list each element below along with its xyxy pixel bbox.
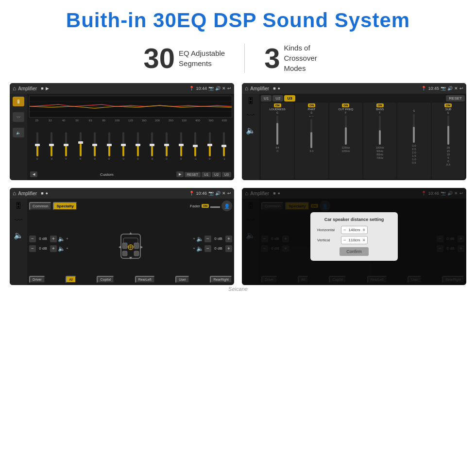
preset-reset[interactable]: RESET (446, 95, 465, 101)
common-btn[interactable]: Common (29, 202, 51, 210)
home-icon-3[interactable]: ⌂ (13, 190, 16, 197)
xover-presets: U1 U2 U3 RESET (261, 95, 465, 101)
loudness-on[interactable]: ON (274, 103, 281, 107)
location-icon-2: 📍 (421, 86, 426, 91)
eq-u3-btn[interactable]: U3 (222, 172, 231, 177)
eq-next-btn[interactable]: ▶ (176, 171, 184, 177)
db-plus-fr[interactable]: + (225, 236, 232, 242)
home-icon-1[interactable]: ⌂ (13, 85, 16, 92)
record-icon-3: ■ (41, 191, 43, 196)
db-control-rl: − 0 dB + 🔈 + (29, 245, 68, 252)
db-minus-rl[interactable]: − (29, 245, 36, 252)
db-plus-rr[interactable]: + (225, 245, 232, 252)
freq-80: 80 (97, 119, 111, 122)
speaker-fl: 🔈 (58, 236, 65, 242)
xover-wave-btn[interactable]: 〰 (247, 111, 255, 120)
db-minus-fl[interactable]: − (29, 236, 36, 242)
specialty-btn[interactable]: Specialty (53, 202, 77, 210)
eq-vol-btn[interactable]: 🔈 (13, 128, 24, 137)
speaker-fr: 🔈 (196, 236, 204, 242)
vertical-label: Vertical (317, 238, 339, 242)
rearright-btn[interactable]: RearRight (210, 276, 232, 283)
eq-prev-btn[interactable]: ◀ (30, 171, 37, 177)
slider-track-8[interactable] (137, 132, 139, 156)
slider-track-3[interactable] (65, 132, 67, 156)
slider-track-5[interactable] (94, 132, 96, 156)
vertical-minus[interactable]: − (343, 237, 346, 243)
user-btn[interactable]: User (175, 276, 189, 283)
eq-reset-btn[interactable]: RESET (185, 172, 201, 177)
eq-u2-btn[interactable]: U2 (212, 172, 221, 177)
db-value-rr: 0 dB (212, 246, 224, 251)
phat-slider[interactable] (310, 119, 312, 148)
slider-track-10[interactable] (166, 132, 168, 156)
sub-slider[interactable] (447, 116, 449, 145)
title-1: Amplifier (18, 86, 37, 91)
bass-slider[interactable] (379, 116, 381, 145)
person-icon[interactable]: 👤 (221, 201, 232, 211)
balance-screen: 🎛 〰 🔈 Common Specialty Fader ON ▬▬ 👤 (10, 199, 234, 285)
bal-vol-btn[interactable]: 🔈 (14, 231, 23, 240)
phat-on[interactable]: ON (308, 103, 315, 107)
fader-on[interactable]: ON (202, 204, 209, 208)
cutfreq-on[interactable]: ON (342, 103, 349, 107)
bal-tune-btn[interactable]: 🎛 (15, 202, 22, 210)
rearleft-btn[interactable]: RearLeft (135, 276, 155, 283)
svg-rect-6 (122, 243, 127, 249)
dialog-vertical-row: Vertical − 110cm + (317, 236, 391, 244)
bal-wave-btn[interactable]: 〰 (15, 216, 22, 225)
slider-track-9[interactable] (151, 132, 153, 156)
svg-rect-8 (122, 251, 127, 256)
vertical-plus[interactable]: + (362, 237, 365, 243)
dot-icon-3: ● (46, 191, 48, 196)
xover-screen: 🎛 〰 🔈 U1 U2 U3 RESET ON LOUDNESS (242, 94, 466, 180)
dot-icon-2: ● (278, 86, 280, 91)
db-minus-fr[interactable]: − (204, 236, 211, 242)
db-minus-rr[interactable]: − (204, 245, 211, 252)
preset-u1[interactable]: U1 (261, 95, 272, 101)
horizontal-value: 140cm (348, 228, 360, 232)
freq-32: 32 (44, 119, 57, 122)
bass-on[interactable]: ON (376, 103, 384, 107)
eq-wave-btn[interactable]: 〰 (13, 112, 24, 122)
horizontal-plus[interactable]: + (362, 227, 365, 233)
driver-btn[interactable]: Driver (29, 276, 45, 283)
sub-on[interactable]: ON (444, 103, 452, 107)
cutfreq-slider[interactable] (345, 116, 347, 145)
slider-track-11[interactable] (180, 132, 182, 156)
preset-u2[interactable]: U2 (272, 95, 283, 101)
channel-g1: G 3.0 2.5 2.0 1.5 1.0 0.5 (397, 102, 430, 179)
copilot-btn[interactable]: Copilot (97, 276, 114, 283)
slider-track-2[interactable] (51, 132, 52, 156)
eq-tune-btn[interactable]: 🎛 (13, 97, 24, 106)
loudness-slider[interactable] (276, 116, 278, 145)
slider-track-12[interactable] (194, 132, 196, 156)
record-icon-2: ■ (273, 86, 275, 91)
home-icon-2[interactable]: ⌂ (245, 85, 248, 92)
location-icon-1: 📍 (189, 86, 194, 91)
page-title: Buith-in 30EQ DSP Sound System (0, 9, 476, 32)
slider-track-7[interactable] (122, 132, 124, 156)
slider-track-4[interactable] (80, 132, 82, 156)
screenshot-balance: ⌂ Amplifier ■ ● 📍 10:46 📷 🔊 ✕ ↩ 🎛 〰 🔈 (10, 188, 234, 285)
slider-track-13[interactable] (209, 132, 211, 156)
xover-tune-btn[interactable]: 🎛 (247, 97, 255, 105)
eq-u1-btn[interactable]: U1 (202, 172, 211, 177)
channel-loudness: ON LOUDNESS G 64 0 (261, 102, 294, 179)
preset-u3[interactable]: U3 (284, 95, 295, 101)
all-btn[interactable]: All (66, 276, 76, 283)
slider-track-14[interactable] (223, 132, 225, 156)
topbar-1: ⌂ Amplifier ■ ▶ 📍 10:44 📷 🔊 ✕ ↩ (10, 83, 234, 94)
confirm-button[interactable]: Confirm (340, 247, 369, 256)
slider-track-1[interactable] (36, 132, 38, 156)
freq-63: 63 (84, 119, 97, 122)
svg-marker-16 (140, 246, 143, 249)
db-plus-rl[interactable]: + (50, 245, 57, 252)
xover-vol-btn[interactable]: 🔈 (246, 126, 255, 135)
db-plus-fl[interactable]: + (50, 236, 57, 242)
camera-icon-1: 📷 (208, 86, 214, 91)
slider-track-6[interactable] (108, 132, 110, 156)
horizontal-minus[interactable]: − (343, 227, 346, 233)
g1-slider[interactable] (413, 114, 415, 143)
time-1: 10:44 (196, 86, 207, 91)
